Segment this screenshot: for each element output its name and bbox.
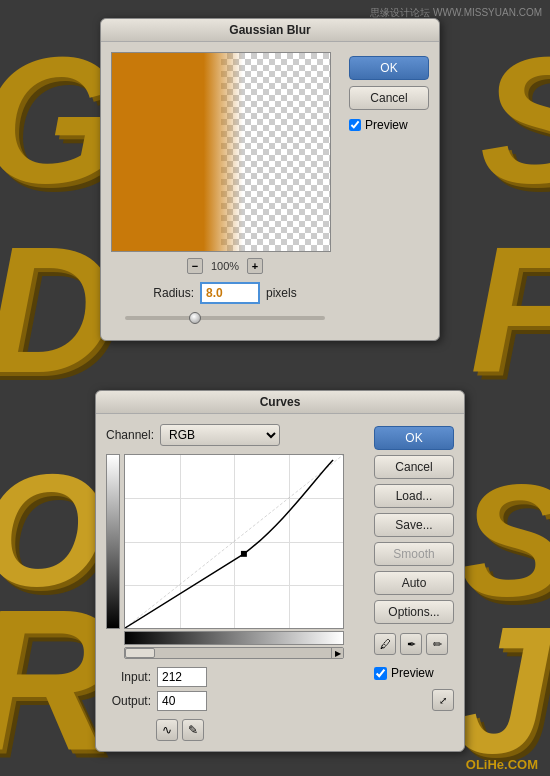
gaussian-blur-dialog: Gaussian Blur − 100% + Radius: pixels	[100, 18, 440, 341]
curves-bottom-gradient	[124, 631, 344, 645]
svg-rect-1	[241, 551, 247, 557]
scroll-thumb[interactable]	[125, 648, 155, 658]
radius-slider[interactable]	[125, 316, 325, 320]
curves-left-panel: Channel: RGB	[106, 424, 366, 741]
curves-save-button[interactable]: Save...	[374, 513, 454, 537]
curves-title: Curves	[96, 391, 464, 414]
gaussian-blur-title: Gaussian Blur	[101, 19, 439, 42]
pixels-label: pixels	[266, 286, 297, 300]
curves-graph[interactable]	[124, 454, 344, 629]
input-label: Input:	[106, 670, 151, 684]
black-eyedropper-icon[interactable]: 🖊	[374, 633, 396, 655]
curves-cancel-button[interactable]: Cancel	[374, 455, 454, 479]
gaussian-preview-area: − 100% + Radius: pixels	[111, 52, 339, 330]
channel-select[interactable]: RGB	[160, 424, 280, 446]
zoom-level-label: 100%	[211, 260, 239, 272]
channel-label: Channel:	[106, 428, 154, 442]
curves-options-button[interactable]: Options...	[374, 600, 454, 624]
gray-eyedropper-icon[interactable]: ✒	[400, 633, 422, 655]
curves-smooth-button[interactable]: Smooth	[374, 542, 454, 566]
curves-preview-label: Preview	[391, 666, 434, 680]
curves-auto-button[interactable]: Auto	[374, 571, 454, 595]
curves-ok-button[interactable]: OK	[374, 426, 454, 450]
slider-track	[125, 316, 325, 320]
slider-thumb[interactable]	[189, 312, 201, 324]
pencil-tool-icon[interactable]: ✎	[182, 719, 204, 741]
svg-line-0	[125, 455, 343, 628]
gaussian-ok-button[interactable]: OK	[349, 56, 429, 80]
curves-right-buttons: OK Cancel Load... Save... Smooth Auto Op…	[374, 424, 454, 741]
radius-label: Radius:	[153, 286, 194, 300]
expand-icon[interactable]: ⤢	[432, 689, 454, 711]
curves-dialog: Curves Channel: RGB	[95, 390, 465, 752]
output-label: Output:	[106, 694, 151, 708]
zoom-in-button[interactable]: +	[247, 258, 263, 274]
gaussian-cancel-button[interactable]: Cancel	[349, 86, 429, 110]
curve-tool-icon[interactable]: ∿	[156, 719, 178, 741]
curves-scrollbar[interactable]: ▶	[124, 647, 344, 659]
eyedropper-icons: 🖊 ✒ ✏	[374, 633, 454, 655]
curves-tool-icons: ∿ ✎	[156, 719, 366, 741]
gaussian-preview-canvas	[111, 52, 331, 252]
curves-preview-row: Preview	[374, 666, 454, 680]
gaussian-preview-checkbox[interactable]	[349, 119, 361, 131]
input-field[interactable]	[157, 667, 207, 687]
gaussian-preview-row: Preview	[349, 118, 429, 132]
input-output-section: Input: Output:	[106, 667, 366, 711]
gaussian-preview-label: Preview	[365, 118, 408, 132]
gradient-bar	[106, 454, 120, 629]
orange-blur-layer	[112, 53, 243, 251]
scroll-arrow[interactable]: ▶	[331, 648, 343, 658]
white-eyedropper-icon[interactable]: ✏	[426, 633, 448, 655]
curves-preview-checkbox[interactable]	[374, 667, 387, 680]
bottom-credit: OLiHe.COM	[466, 757, 538, 772]
curves-svg	[125, 455, 343, 628]
radius-input[interactable]	[200, 282, 260, 304]
zoom-out-button[interactable]: −	[187, 258, 203, 274]
curves-load-button[interactable]: Load...	[374, 484, 454, 508]
output-field[interactable]	[157, 691, 207, 711]
gaussian-dialog-buttons: OK Cancel Preview	[349, 52, 429, 330]
